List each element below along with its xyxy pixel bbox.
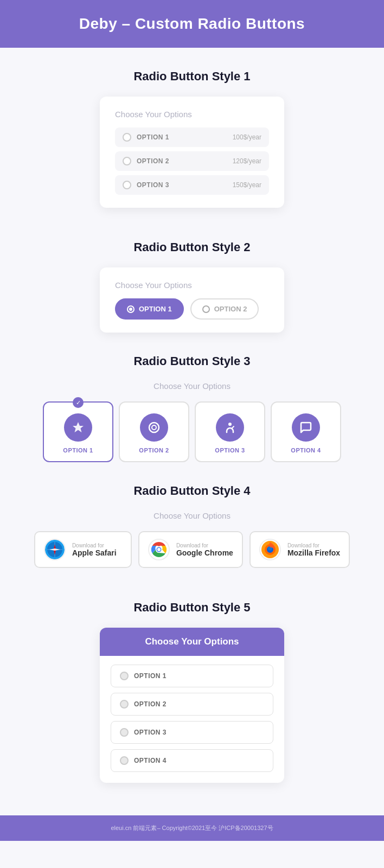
style5-label-4: OPTION 4 [134, 757, 167, 764]
style4-sublabel-firefox: Download for [287, 542, 340, 548]
style5-label-1: OPTION 1 [134, 672, 167, 680]
style1-section: Radio Button Style 1 Choose Your Options… [0, 48, 384, 219]
style2-label-2: OPTION 2 [214, 305, 247, 313]
style2-radio-1 [127, 305, 135, 313]
style5-title: Radio Button Style 5 [11, 601, 373, 615]
style1-radio-3 [123, 181, 131, 189]
style4-option-safari[interactable]: Download for Apple Safari [34, 531, 132, 568]
svg-point-2 [228, 423, 232, 426]
style4-title: Radio Button Style 4 [5, 484, 379, 498]
style1-card: Choose Your Options OPTION 1 100$/year O… [100, 97, 284, 208]
style4-label-safari: Apple Safari [72, 548, 117, 557]
style5-radio-3 [120, 728, 129, 737]
style2-card-title: Choose Your Options [115, 280, 269, 290]
style5-option-1[interactable]: OPTION 1 [111, 665, 273, 687]
style1-option-1[interactable]: OPTION 1 100$/year [115, 127, 269, 147]
style4-card-title: Choose Your Options [5, 511, 379, 520]
style3-label-2: OPTION 2 [139, 447, 169, 454]
style1-price-2: 120$/year [233, 157, 261, 165]
style1-title: Radio Button Style 1 [11, 69, 373, 84]
style2-label-1: OPTION 1 [139, 305, 172, 313]
style1-label-2: OPTION 2 [137, 157, 169, 165]
style5-option-3[interactable]: OPTION 3 [111, 721, 273, 744]
style2-title: Radio Button Style 2 [11, 240, 373, 254]
style3-option-3[interactable]: OPTION 3 [195, 401, 265, 462]
style5-radio-1 [120, 672, 129, 680]
page-footer: eleui.cn 前端元素– Copyright©2021至今 沪ICP备200… [0, 815, 384, 841]
style1-radio-1 [123, 133, 131, 142]
style4-label-chrome: Google Chrome [176, 548, 233, 557]
style2-option-2[interactable]: OPTION 2 [190, 298, 259, 320]
style3-option-1[interactable]: ✓ OPTION 1 [43, 401, 113, 462]
style3-option-4[interactable]: OPTION 4 [271, 401, 341, 462]
firefox-icon [259, 539, 281, 560]
style3-icon-4 [292, 413, 320, 442]
style1-card-title: Choose Your Options [115, 110, 269, 119]
style1-price-1: 100$/year [233, 133, 261, 141]
style3-label-3: OPTION 3 [215, 447, 245, 454]
style3-icon-2 [140, 413, 168, 442]
style5-radio-2 [120, 700, 129, 709]
style5-body: OPTION 1 OPTION 2 OPTION 3 OPTION 4 [100, 656, 284, 783]
style5-option-4[interactable]: OPTION 4 [111, 749, 273, 772]
style3-label-1: OPTION 1 [63, 447, 93, 454]
footer-text: eleui.cn 前端元素– Copyright©2021至今 沪ICP备200… [111, 825, 273, 831]
style4-option-firefox[interactable]: Download for Mozilla Firefox [249, 531, 350, 568]
style2-radio-2 [202, 305, 210, 313]
style5-card: Choose Your Options OPTION 1 OPTION 2 OP… [100, 628, 284, 783]
safari-icon [44, 539, 66, 560]
style3-check-1: ✓ [73, 397, 84, 408]
style4-sublabel-chrome: Download for [176, 542, 233, 548]
style3-grid: ✓ OPTION 1 OPTION 2 [5, 401, 379, 462]
svg-point-1 [152, 425, 156, 430]
style5-label-3: OPTION 3 [134, 729, 167, 736]
style2-section: Radio Button Style 2 Choose Your Options… [0, 219, 384, 343]
style4-option-chrome[interactable]: Download for Google Chrome [138, 531, 243, 568]
style2-option-1[interactable]: OPTION 1 [115, 298, 184, 320]
style5-section: Radio Button Style 5 Choose Your Options… [0, 579, 384, 794]
style3-icon-3 [216, 413, 244, 442]
style4-section: Radio Button Style 4 Choose Your Options… [0, 473, 384, 579]
style3-icon-1 [64, 413, 92, 442]
style5-radio-4 [120, 756, 129, 765]
style1-price-3: 150$/year [233, 181, 261, 189]
style3-label-4: OPTION 4 [291, 447, 321, 454]
style5-label-2: OPTION 2 [134, 700, 167, 708]
style4-grid: Download for Apple Safari [5, 531, 379, 568]
style3-card-title: Choose Your Options [5, 381, 379, 391]
page-title: Deby – Custom Radio Buttons [0, 15, 384, 33]
style1-label-1: OPTION 1 [137, 133, 169, 141]
style1-option-2[interactable]: OPTION 2 120$/year [115, 151, 269, 171]
style1-option-3[interactable]: OPTION 3 150$/year [115, 175, 269, 195]
page-header: Deby – Custom Radio Buttons [0, 0, 384, 48]
style5-card-title: Choose Your Options [100, 628, 284, 656]
chrome-icon [148, 539, 170, 560]
style1-radio-2 [123, 157, 131, 165]
svg-point-0 [149, 423, 159, 432]
style3-option-2[interactable]: OPTION 2 [119, 401, 189, 462]
style2-buttons: OPTION 1 OPTION 2 [115, 298, 269, 320]
style5-option-2[interactable]: OPTION 2 [111, 693, 273, 716]
style2-card: Choose Your Options OPTION 1 OPTION 2 [100, 267, 284, 333]
style4-label-firefox: Mozilla Firefox [287, 548, 340, 557]
style3-title: Radio Button Style 3 [5, 354, 379, 368]
svg-point-12 [157, 548, 161, 551]
style1-label-3: OPTION 3 [137, 181, 169, 189]
style4-sublabel-safari: Download for [72, 542, 117, 548]
style3-section: Radio Button Style 3 Choose Your Options… [0, 343, 384, 473]
